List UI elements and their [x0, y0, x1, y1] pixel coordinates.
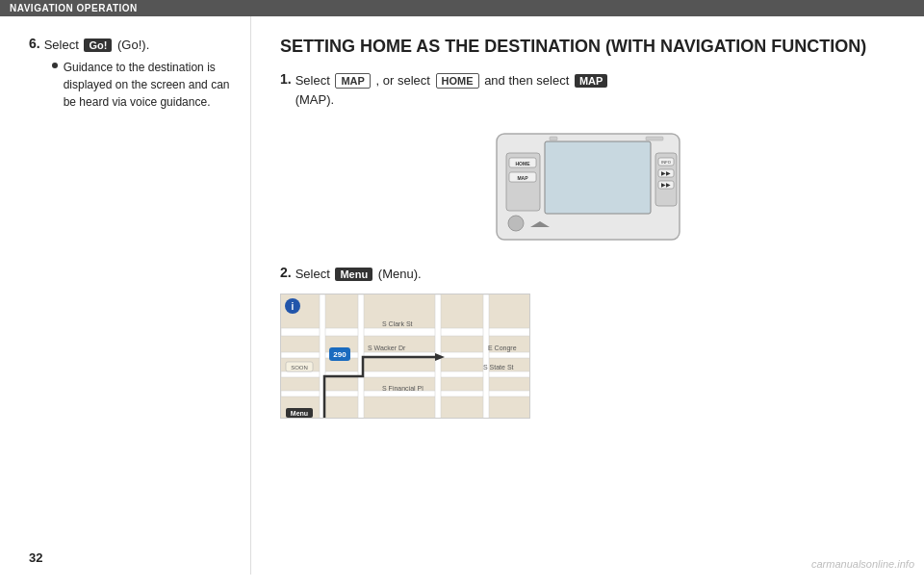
page-number: 32 — [29, 550, 42, 565]
map-image: S Clark St S Wacker Dr E Congre S State … — [280, 294, 530, 419]
step-1-row: 1. Select MAP , or select HOME and then … — [280, 71, 895, 109]
step-1-number: 1. — [280, 71, 292, 87]
home-button-outline[interactable]: HOME — [436, 73, 479, 89]
step-2-text-prefix: Select — [295, 267, 330, 281]
svg-text:Menu: Menu — [291, 410, 308, 417]
bullet-dot-icon — [52, 63, 58, 68]
svg-text:i: i — [292, 301, 295, 312]
svg-rect-19 — [281, 328, 530, 336]
svg-text:▶▶: ▶▶ — [661, 182, 671, 188]
section-title: SETTING HOME AS THE DESTINATION (WITH NA… — [280, 36, 895, 58]
svg-rect-26 — [483, 294, 489, 419]
svg-rect-1 — [545, 141, 651, 214]
go-button-label[interactable]: Go! — [84, 38, 112, 52]
step-6-number: 6. — [29, 36, 40, 51]
svg-point-16 — [508, 216, 524, 231]
step-6-content: Select Go! (Go!). Guidance to the destin… — [44, 36, 231, 111]
map-button-filled[interactable]: MAP — [575, 74, 607, 88]
svg-text:HOME: HOME — [515, 161, 530, 166]
svg-text:290: 290 — [333, 350, 346, 359]
menu-button[interactable]: Menu — [335, 268, 372, 281]
step-6-text-prefix: Select — [44, 38, 79, 52]
svg-rect-21 — [281, 371, 530, 377]
main-content: 6. Select Go! (Go!). Guidance to the des… — [0, 16, 924, 575]
svg-text:INFO: INFO — [661, 160, 671, 165]
step-2-content: Select Menu (Menu). — [295, 265, 895, 284]
watermark: carmanualsonline.info — [811, 558, 914, 570]
step-1-text-prefix: Select — [295, 73, 330, 88]
step-1-content: Select MAP , or select HOME and then sel… — [295, 71, 895, 109]
header-title: NAVIGATION OPERATION — [10, 3, 138, 13]
svg-text:S Financial Pl: S Financial Pl — [382, 385, 424, 392]
step-6-bullet-text: Guidance to the destination is displayed… — [64, 59, 231, 111]
svg-text:SOON: SOON — [291, 365, 308, 371]
left-column: 6. Select Go! (Go!). Guidance to the des… — [0, 16, 250, 575]
device-svg: HOME MAP INFO ▶▶ ▶▶ — [477, 124, 699, 249]
step-6-row: 6. Select Go! (Go!). Guidance to the des… — [29, 36, 231, 111]
step-6-bullet: Guidance to the destination is displayed… — [52, 59, 231, 111]
svg-text:S State St: S State St — [483, 364, 514, 371]
svg-text:▶▶: ▶▶ — [661, 170, 671, 176]
svg-text:S Wacker Dr: S Wacker Dr — [368, 345, 406, 351]
step-1-text-middle: , or select — [376, 73, 430, 88]
svg-text:E Congre: E Congre — [488, 345, 517, 352]
svg-rect-14 — [550, 137, 557, 141]
step-6-text-suffix: (Go!). — [117, 38, 149, 52]
device-image: HOME MAP INFO ▶▶ ▶▶ — [477, 124, 699, 249]
svg-rect-15 — [646, 137, 663, 141]
step-2-number: 2. — [280, 265, 292, 280]
step-2-text-suffix: (Menu). — [378, 267, 422, 281]
header-bar: NAVIGATION OPERATION — [0, 0, 924, 16]
step-1-text-suffix: (MAP). — [295, 92, 334, 107]
svg-text:MAP: MAP — [517, 175, 528, 181]
right-column: SETTING HOME AS THE DESTINATION (WITH NA… — [250, 16, 924, 575]
map-button-outline[interactable]: MAP — [335, 73, 370, 89]
svg-text:S Clark St: S Clark St — [382, 320, 413, 327]
step-2-row: 2. Select Menu (Menu). — [280, 265, 895, 284]
step-1-text-and: and then select — [484, 73, 569, 88]
map-svg: S Clark St S Wacker Dr E Congre S State … — [281, 294, 530, 419]
